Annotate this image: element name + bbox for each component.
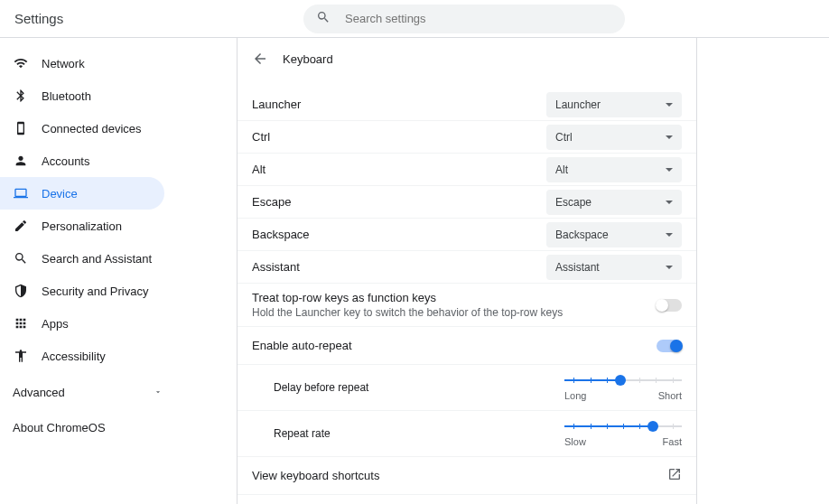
chevron-down-icon <box>666 135 673 139</box>
sidebar-advanced-label: Advanced <box>13 386 65 399</box>
chevron-down-icon <box>154 386 163 399</box>
shield-icon <box>13 283 29 299</box>
sidebar-item-bluetooth[interactable]: Bluetooth <box>0 79 181 112</box>
bluetooth-icon <box>13 88 29 104</box>
sidebar-item-label: Personalization <box>42 219 122 233</box>
sidebar-item-device[interactable]: Device <box>0 177 164 210</box>
accessibility-icon <box>13 348 29 364</box>
keymap-ctrl-select[interactable]: Ctrl <box>546 125 682 150</box>
sidebar-item-label: Accounts <box>42 154 89 168</box>
person-icon <box>13 153 29 169</box>
keymap-assistant-select[interactable]: Assistant <box>546 255 682 280</box>
sidebar-item-connected-devices[interactable]: Connected devices <box>0 112 181 145</box>
rate-slider[interactable] <box>564 420 682 433</box>
autorepeat-toggle[interactable] <box>657 340 682 352</box>
keymap-escape-select[interactable]: Escape <box>546 190 682 215</box>
phone-icon <box>13 120 29 136</box>
sidebar-item-accounts[interactable]: Accounts <box>0 145 181 177</box>
delay-right-label: Short <box>658 390 682 401</box>
sidebar-advanced[interactable]: Advanced <box>0 376 181 408</box>
sidebar-item-apps[interactable]: Apps <box>0 307 181 340</box>
toprow-toggle[interactable] <box>657 299 682 312</box>
sidebar: Network Bluetooth Connected devices Acco… <box>0 38 181 504</box>
open-external-icon <box>667 467 682 484</box>
keymap-escape-label: Escape <box>252 195 291 209</box>
view-shortcuts-row[interactable]: View keyboard shortcuts <box>238 457 696 495</box>
chevron-down-icon <box>666 201 673 204</box>
search-icon <box>316 10 331 27</box>
wifi-icon <box>13 55 29 71</box>
keymap-assistant-label: Assistant <box>252 260 300 274</box>
rate-right-label: Fast <box>663 436 682 447</box>
toprow-label: Treat top-row keys as function keys <box>252 291 563 304</box>
sidebar-item-label: Bluetooth <box>42 89 91 103</box>
edit-icon <box>13 218 29 234</box>
change-input-row[interactable]: Change input settings <box>238 495 696 504</box>
sidebar-item-label: Security and Privacy <box>42 285 149 298</box>
search-box[interactable] <box>303 5 625 33</box>
sidebar-item-network[interactable]: Network <box>0 47 181 79</box>
chevron-down-icon <box>666 266 673 269</box>
delay-label: Delay before repeat <box>274 381 368 394</box>
autorepeat-label: Enable auto-repeat <box>252 339 352 352</box>
sidebar-item-label: Connected devices <box>42 122 142 135</box>
sidebar-item-label: Search and Assistant <box>42 252 152 266</box>
sidebar-item-label: Apps <box>42 317 69 331</box>
keymap-launcher-select[interactable]: Launcher <box>546 92 682 117</box>
delay-left-label: Long <box>564 390 586 401</box>
apps-icon <box>13 315 29 331</box>
search-input[interactable] <box>345 12 612 25</box>
keymap-backspace-select[interactable]: Backspace <box>546 222 682 247</box>
keymap-backspace-label: Backspace <box>252 228 310 241</box>
keymap-launcher-label: Launcher <box>252 98 301 111</box>
keymap-ctrl-label: Ctrl <box>252 130 270 144</box>
rate-left-label: Slow <box>564 436 586 447</box>
sidebar-item-label: Accessibility <box>42 350 106 363</box>
search-icon <box>13 250 29 266</box>
sidebar-item-label: Network <box>42 57 85 70</box>
chevron-down-icon <box>666 233 673 237</box>
back-button[interactable] <box>252 51 268 67</box>
laptop-icon <box>13 185 29 201</box>
sidebar-item-search-assistant[interactable]: Search and Assistant <box>0 242 181 275</box>
delay-slider[interactable] <box>564 374 682 387</box>
page-title: Keyboard <box>283 52 333 66</box>
sidebar-about[interactable]: About ChromeOS <box>0 412 181 444</box>
rate-label: Repeat rate <box>274 427 331 440</box>
view-shortcuts-label: View keyboard shortcuts <box>252 469 379 482</box>
keymap-alt-select[interactable]: Alt <box>546 157 682 182</box>
chevron-down-icon <box>666 168 673 172</box>
chevron-down-icon <box>666 103 673 107</box>
keymap-alt-label: Alt <box>252 163 265 176</box>
sidebar-item-label: Device <box>42 187 78 201</box>
settings-panel: Keyboard Launcher Launcher Ctrl Ctrl Alt… <box>237 38 697 504</box>
toprow-sublabel: Hold the Launcher key to switch the beha… <box>252 306 563 319</box>
sidebar-item-security[interactable]: Security and Privacy <box>0 275 181 307</box>
sidebar-item-accessibility[interactable]: Accessibility <box>0 340 181 372</box>
sidebar-item-personalization[interactable]: Personalization <box>0 210 181 242</box>
app-title: Settings <box>14 11 303 26</box>
